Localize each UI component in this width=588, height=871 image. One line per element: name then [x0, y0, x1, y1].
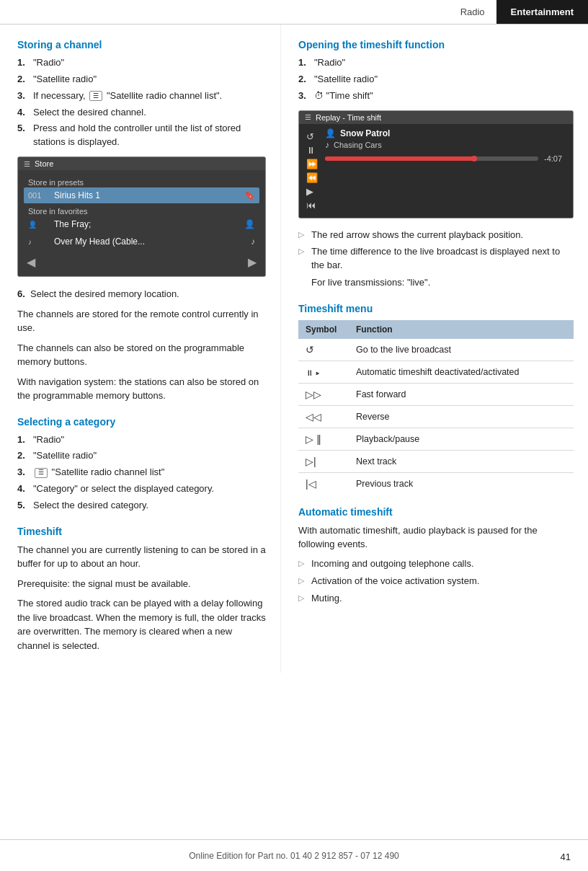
bullet-text: Incoming and outgoing telephone calls.: [311, 557, 474, 571]
timeshift-para2: Prerequisite: the signal must be availab…: [17, 577, 266, 591]
footer-text: Online Edition for Part no. 01 40 2 912 …: [189, 851, 399, 861]
ts-menu-icon: ☰: [305, 113, 311, 121]
function-cell: Previous track: [349, 472, 574, 495]
ts-song-person-icon: 👤: [325, 128, 336, 138]
step6-text: 6. Select the desired memory location.: [17, 287, 266, 301]
function-cell: Playback/pause: [349, 428, 574, 450]
bullet-arrow-icon: ▷: [298, 229, 307, 241]
store-presets-label: Store in presets: [24, 176, 259, 187]
bullet-text: The red arrow shows the current playback…: [311, 229, 523, 242]
table-row: ▷| Next track: [298, 450, 574, 472]
table-row: ◁◁ Reverse: [298, 405, 574, 428]
table-body: ↺ Go to the live broadcast ⏸ ▶ Automatic…: [298, 339, 574, 495]
ts-screen-title-bar: ☰ Replay - Time shift: [299, 111, 573, 124]
song-name: Over My Head (Cable...: [54, 236, 245, 247]
artist-name: The Fray;: [54, 219, 239, 229]
timeshift-para3: The stored audio track can be played wit…: [17, 596, 266, 653]
note-icon: ♪: [251, 236, 255, 247]
list-item: ▷ Muting.: [298, 592, 574, 606]
ts-icon-rev: ⏪: [306, 172, 318, 183]
list-item: 3. ⏱ "Time shift": [298, 89, 574, 103]
ts-info-column: 👤 Snow Patrol ♪ Chasing Cars: [325, 128, 567, 213]
function-cell: Next track: [349, 450, 574, 472]
ts-progress-row: -4:07: [325, 154, 567, 163]
main-content: Storing a channel 1. "Radio" 2. "Satelli…: [0, 25, 588, 673]
screen-title: Store: [35, 159, 53, 168]
ts-icon-rewind: ↺: [306, 131, 318, 142]
function-cell: Go to the live broadcast: [349, 339, 574, 361]
automatic-timeshift-section: Automatic timeshift With automatic times…: [298, 506, 574, 606]
station-number: 001: [28, 191, 48, 200]
storing-channel-section: Storing a channel 1. "Radio" 2. "Satelli…: [17, 39, 266, 403]
list-item: 1. "Radio": [17, 433, 266, 447]
header-entertainment-tab: Entertainment: [496, 0, 588, 24]
timeshift-screen-mockup: ☰ Replay - Time shift ↺ ⏸ ⏩ ⏪ ▶ ⏮: [298, 110, 574, 218]
function-cell: Automatic timeshift deactivated/activate…: [349, 361, 574, 383]
ts-progress-dot: [471, 156, 477, 162]
ts-time-label: -4:07: [544, 154, 567, 163]
list-item: 1. "Radio": [17, 56, 266, 70]
timeshift-title: Timeshift: [17, 526, 266, 537]
reverse-icon: ◁◁: [306, 411, 321, 423]
automatic-timeshift-title: Automatic timeshift: [298, 506, 574, 518]
ts-progress-fill: [325, 156, 474, 161]
selecting-category-steps: 1. "Radio" 2. "Satellite radio" 3. ☰ "Sa…: [17, 433, 266, 513]
para-stored-remote: The channels are stored for the remote c…: [17, 307, 266, 335]
store-screen-mockup: ☰ Store Store in presets 001 Sirius Hits…: [17, 156, 266, 277]
symbol-cell: ▷|: [298, 450, 349, 472]
symbol-cell: ▷ ‖: [298, 428, 349, 450]
bullet-text: Activation of the voice activation syste…: [311, 575, 479, 588]
artist-row: 👤 The Fray; 👤: [24, 216, 259, 232]
left-column: Storing a channel 1. "Radio" 2. "Satelli…: [0, 25, 281, 673]
list-item: 2. "Satellite radio": [17, 73, 266, 87]
bookmark-icon: 🔖: [244, 190, 255, 200]
ts-icon-column: ↺ ⏸ ⏩ ⏪ ▶ ⏮: [305, 128, 319, 213]
song-row: ♪ Over My Head (Cable... ♪: [24, 234, 259, 249]
bullet-arrow-icon: ▷: [298, 593, 307, 604]
prev-track-icon: |◁: [306, 478, 316, 490]
ts-screen-body: ↺ ⏸ ⏩ ⏪ ▶ ⏮ 👤 Snow Patrol: [299, 124, 573, 218]
table-row: |◁ Previous track: [298, 472, 574, 495]
right-arrow-icon: ▶: [248, 255, 257, 269]
timeshift-menu-section: Timeshift menu Symbol Function ↺ Go to t…: [298, 303, 574, 495]
timeshift-menu-table: Symbol Function ↺ Go to the live broadca…: [298, 320, 574, 495]
list-item: ▷ Incoming and outgoing telephone calls.: [298, 557, 574, 571]
bullet-arrow-icon-blank: [298, 277, 307, 288]
ts-artist-info: ♪ Chasing Cars: [325, 140, 567, 150]
screen-menu-icon: ☰: [24, 160, 30, 168]
screen-nav-controls: ◀ ▶: [24, 251, 259, 270]
list-item: ▷ Activation of the voice activation sys…: [298, 575, 574, 588]
ts-progress-bar: [325, 156, 538, 161]
function-cell: Fast forward: [349, 383, 574, 405]
station-icon: 👤: [28, 221, 48, 229]
selecting-category-title: Selecting a category: [17, 416, 266, 428]
ts-icon-play: ▶: [306, 186, 318, 197]
selecting-category-section: Selecting a category 1. "Radio" 2. "Sate…: [17, 416, 266, 513]
list-item: 1. "Radio": [298, 56, 574, 70]
ts-icon-pause: ⏸: [306, 145, 318, 156]
symbol-cell: ◁◁: [298, 405, 349, 428]
list-item: 4. Select the desired channel.: [17, 106, 266, 120]
opening-timeshift-steps: 1. "Radio" 2. "Satellite radio" 3. ⏱ "Ti…: [298, 56, 574, 103]
ts-icon-prev: ⏮: [306, 200, 318, 211]
list-item: 5. Select the desired category.: [17, 499, 266, 513]
bullet-text: Muting.: [311, 592, 342, 606]
next-track-icon: ▷|: [306, 456, 316, 467]
table-header-row: Symbol Function: [298, 320, 574, 339]
header-radio-tab: Radio: [449, 0, 496, 24]
storing-channel-steps: 1. "Radio" 2. "Satellite radio" 3. If ne…: [17, 56, 266, 149]
ts-content-row: ↺ ⏸ ⏩ ⏪ ▶ ⏮ 👤 Snow Patrol: [305, 128, 567, 213]
person-icon: 👤: [244, 219, 255, 229]
left-arrow-icon: ◀: [27, 255, 35, 269]
store-favorites-label: Store in favorites: [24, 205, 259, 216]
timeshift-bullets: ▷ The red arrow shows the current playba…: [298, 229, 574, 290]
symbol-cell: ↺: [298, 339, 349, 361]
opening-timeshift-title: Opening the timeshift function: [298, 39, 574, 50]
col-symbol-header: Symbol: [298, 320, 349, 339]
bullet-arrow-icon: ▷: [298, 246, 307, 257]
timeshift-menu-title: Timeshift menu: [298, 303, 574, 314]
live-broadcast-icon: ↺: [306, 344, 314, 355]
timeshift-para1: The channel you are currently listening …: [17, 543, 266, 571]
station-row-selected: 001 Sirius Hits 1 🔖: [24, 187, 259, 203]
ts-artist-name: Chasing Cars: [334, 141, 382, 149]
